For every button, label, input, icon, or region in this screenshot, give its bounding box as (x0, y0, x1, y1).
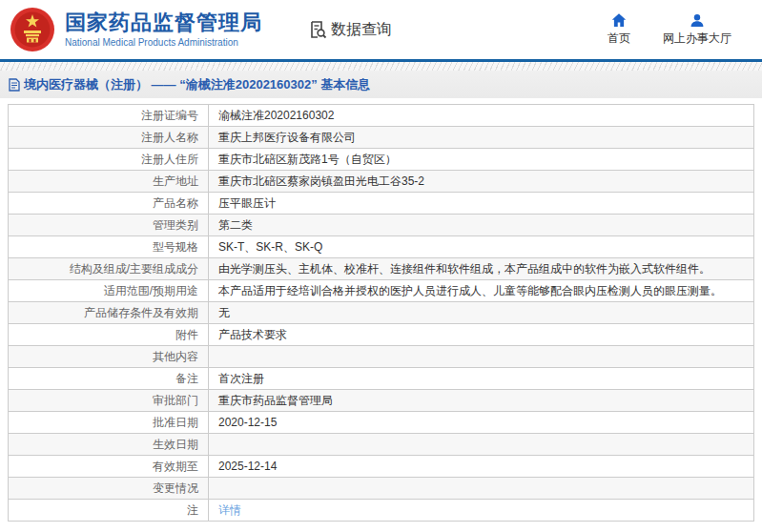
table-row: 生产地址 重庆市北碚区蔡家岗镇盈田光电工谷35-2 (9, 171, 753, 193)
row-label-text: 适用范围/预期用途 (104, 283, 198, 299)
row-label-text: 结构及组成/主要组成成分 (70, 261, 198, 277)
agency-name-cn: 国家药品监督管理局 (65, 11, 262, 34)
row-label-text: 附件 (175, 327, 198, 343)
row-label: 生产地址 (9, 171, 209, 192)
row-value: 首次注册 (209, 368, 753, 389)
agency-name-en: National Medical Products Administration (65, 37, 262, 48)
detail-link[interactable]: 详情 (218, 502, 241, 519)
row-value-text: 重庆市药品监督管理局 (218, 393, 333, 409)
table-row: 注册人住所 重庆市北碚区新茂路1号（自贸区） (9, 149, 753, 171)
row-label-text: 生产地址 (153, 174, 198, 190)
row-value-text: 2020-12-15 (218, 416, 277, 429)
row-value-text: 本产品适用于经培训合格并授权的医护人员进行成人、儿童等能够配合眼内压检测人员的眼… (218, 283, 722, 299)
nav-service-hall[interactable]: 网上办事大厅 (663, 13, 731, 47)
row-label: 注册证编号 (9, 105, 209, 126)
row-label: 注册人名称 (9, 127, 209, 148)
table-row: 注册证编号 渝械注准20202160302 (9, 105, 753, 127)
row-label: 产品储存条件及有效期 (9, 302, 209, 323)
row-value (209, 478, 753, 499)
document-icon (9, 78, 20, 92)
table-row: 附件 产品技术要求 (9, 324, 753, 346)
row-value: SK-T、SK-R、SK-Q (209, 236, 753, 257)
row-value-text: 2025-12-14 (218, 460, 277, 473)
nav-home[interactable]: 首页 (608, 13, 630, 47)
row-value: 详情 (209, 500, 753, 521)
row-label-text: 注册人名称 (141, 130, 198, 146)
data-query-label: 数据查询 (331, 20, 392, 40)
top-nav: 首页 网上办事大厅 (608, 13, 731, 47)
person-icon (690, 13, 705, 28)
table-row: 型号规格 SK-T、SK-R、SK-Q (9, 236, 753, 258)
table-row: 管理类别 第二类 (9, 215, 753, 236)
row-value-text: 产品技术要求 (218, 327, 287, 343)
row-value (209, 434, 753, 455)
row-label: 型号规格 (9, 236, 209, 257)
row-value: 重庆市药品监督管理局 (209, 390, 753, 411)
row-value: 2020-12-15 (209, 412, 753, 433)
row-label-text: 注册人住所 (141, 152, 198, 168)
row-value-text: 重庆市北碚区蔡家岗镇盈田光电工谷35-2 (218, 174, 424, 190)
home-icon (611, 13, 627, 28)
row-label-text: 批准日期 (153, 415, 198, 431)
row-label-text: 变更情况 (153, 481, 198, 497)
row-label: 适用范围/预期用途 (9, 280, 209, 301)
row-label: 备注 (9, 368, 209, 389)
info-table: 注册证编号 渝械注准20202160302 注册人名称 重庆上邦医疗设备有限公司… (8, 104, 754, 522)
nav-service-hall-label: 网上办事大厅 (663, 31, 731, 47)
row-label: 附件 (9, 324, 209, 345)
row-value: 重庆上邦医疗设备有限公司 (209, 127, 753, 148)
row-label-text: 注 (187, 502, 198, 519)
row-value: 无 (209, 302, 753, 323)
table-row: 有效期至 2025-12-14 (9, 456, 753, 478)
page-header: 国家药品监督管理局 National Medical Products Admi… (0, 0, 762, 59)
row-value: 本产品适用于经培训合格并授权的医护人员进行成人、儿童等能够配合眼内压检测人员的眼… (209, 280, 753, 301)
row-value-text: 第二类 (218, 217, 253, 234)
row-label-text: 审批部门 (153, 393, 198, 409)
row-value: 产品技术要求 (209, 324, 753, 345)
table-row: 产品储存条件及有效期 无 (9, 302, 753, 324)
row-label: 结构及组成/主要组成成分 (9, 258, 209, 279)
row-label: 批准日期 (9, 412, 209, 433)
table-row: 其他内容 (9, 346, 753, 368)
row-label: 审批部门 (9, 390, 209, 411)
row-label: 管理类别 (9, 215, 209, 235)
nav-home-label: 首页 (608, 31, 630, 47)
row-value-text: 渝械注准20202160302 (218, 108, 334, 124)
row-value: 压平眼压计 (209, 193, 753, 214)
row-label-text: 注册证编号 (141, 108, 198, 124)
content-area: 注册证编号 渝械注准20202160302 注册人名称 重庆上邦医疗设备有限公司… (0, 98, 762, 522)
row-label-text: 其他内容 (153, 349, 198, 365)
table-row: 审批部门 重庆市药品监督管理局 (9, 390, 753, 412)
row-label-text: 产品名称 (153, 195, 198, 212)
row-label-text: 生效日期 (153, 437, 198, 453)
row-label: 产品名称 (9, 193, 209, 214)
hatched-strip (0, 62, 762, 71)
table-row: 批准日期 2020-12-15 (9, 412, 753, 434)
row-value: 重庆市北碚区新茂路1号（自贸区） (209, 149, 753, 170)
table-row: 适用范围/预期用途 本产品适用于经培训合格并授权的医护人员进行成人、儿童等能够配… (9, 280, 753, 302)
row-label: 注 (9, 500, 209, 521)
breadcrumb-bar: 境内医疗器械（注册） —— “渝械注准20202160302” 基本信息 (0, 71, 762, 98)
row-label: 注册人住所 (9, 149, 209, 170)
agency-title: 国家药品监督管理局 National Medical Products Admi… (65, 11, 262, 47)
row-value: 由光学测压头、主机体、校准杆、连接组件和软件组成，本产品组成中的软件为嵌入式软件… (209, 258, 753, 279)
row-label: 变更情况 (9, 478, 209, 499)
national-emblem-logo (10, 7, 55, 52)
breadcrumb-text: 境内医疗器械（注册） —— “渝械注准20202160302” 基本信息 (24, 76, 370, 93)
row-label-text: 产品储存条件及有效期 (84, 305, 198, 321)
row-value: 重庆市北碚区蔡家岗镇盈田光电工谷35-2 (209, 171, 753, 192)
row-value-text: 重庆市北碚区新茂路1号（自贸区） (218, 152, 397, 168)
table-row: 注册人名称 重庆上邦医疗设备有限公司 (9, 127, 753, 149)
row-value (209, 346, 753, 367)
row-value: 2025-12-14 (209, 456, 753, 477)
data-query-nav[interactable]: 数据查询 (308, 20, 392, 40)
table-row: 注 详情 (9, 500, 753, 522)
table-row: 生效日期 (9, 434, 753, 456)
breadcrumb: 境内医疗器械（注册） —— “渝械注准20202160302” 基本信息 (9, 76, 370, 93)
row-label-text: 管理类别 (153, 217, 198, 234)
row-value-text: 首次注册 (218, 371, 264, 387)
table-row: 变更情况 (9, 478, 753, 500)
table-row: 产品名称 压平眼压计 (9, 193, 753, 215)
row-value: 渝械注准20202160302 (209, 105, 753, 126)
document-search-icon (308, 20, 327, 39)
